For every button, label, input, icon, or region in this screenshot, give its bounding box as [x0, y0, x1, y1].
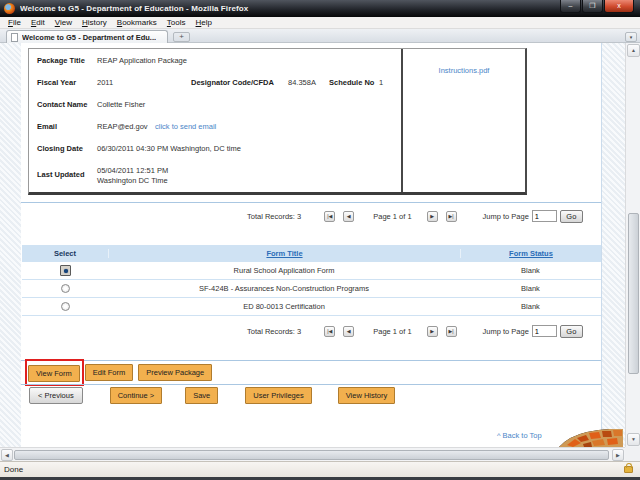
g5-corner-graphic	[559, 429, 623, 447]
scrollbar-corner	[625, 447, 640, 461]
form-status-cell: Blank	[460, 266, 601, 275]
page-icon	[11, 33, 18, 42]
instructions-pdf-link[interactable]: Instructions.pdf	[439, 66, 490, 75]
edit-form-button[interactable]: Edit Form	[85, 364, 134, 381]
view-form-button[interactable]: View Form	[28, 365, 80, 382]
save-button[interactable]: Save	[185, 387, 218, 404]
form-actions-row: View Form Edit Form Preview Package	[21, 363, 601, 381]
menu-bookmarks[interactable]: Bookmarks	[112, 18, 162, 27]
package-title-value: REAP Application Package	[97, 56, 187, 65]
page-content: Package Title REAP Application Package F…	[21, 43, 602, 447]
tab-welcome-g5[interactable]: Welcome to G5 - Department of Edu...	[6, 30, 168, 43]
browser-window: Welcome to G5 - Department of Education …	[0, 0, 640, 480]
go-button[interactable]: Go	[560, 210, 583, 223]
window-title: Welcome to G5 - Department of Education …	[20, 4, 560, 13]
menu-view[interactable]: View	[50, 18, 77, 27]
last-page-button[interactable]: ▶|	[446, 211, 457, 222]
header-form-title[interactable]: Form Title	[266, 249, 302, 258]
menu-edit[interactable]: Edit	[26, 18, 50, 27]
pagination-bottom: Total Records: 3 |◀ ◀ Page 1 of 1 ▶ ▶| J…	[21, 324, 601, 338]
divider	[21, 384, 601, 385]
scroll-down-icon[interactable]: ▼	[627, 433, 640, 446]
jump-to-page-label: Jump to Page	[483, 327, 529, 336]
vertical-scrollbar[interactable]: ▲ ▼	[625, 43, 640, 447]
close-button[interactable]: x	[604, 0, 634, 13]
user-privileges-button[interactable]: User Privileges	[245, 387, 311, 404]
table-row: SF-424B - Assurances Non-Construction Pr…	[22, 280, 601, 298]
instructions-panel: Instructions.pdf	[403, 49, 525, 192]
scroll-right-icon[interactable]: ▶	[612, 449, 624, 461]
view-history-button[interactable]: View History	[338, 387, 396, 404]
pagination-top: Total Records: 3 |◀ ◀ Page 1 of 1 ▶ ▶| J…	[21, 209, 601, 223]
designator-label: Designator Code/CFDA	[191, 78, 274, 87]
firefox-icon	[4, 3, 15, 14]
table-row: ED 80-0013 Certification Blank	[22, 298, 601, 316]
schedule-label: Schedule No	[329, 78, 374, 87]
prev-page-button[interactable]: ◀	[343, 211, 354, 222]
last-page-button[interactable]: ▶|	[446, 326, 457, 337]
last-updated-label: Last Updated	[37, 170, 85, 179]
menu-help[interactable]: Help	[191, 18, 217, 27]
closing-date-label: Closing Date	[37, 144, 83, 153]
first-page-button[interactable]: |◀	[324, 326, 335, 337]
divider	[21, 360, 601, 361]
first-page-button[interactable]: |◀	[324, 211, 335, 222]
go-button[interactable]: Go	[560, 325, 583, 338]
page-indicator: Page 1 of 1	[373, 212, 411, 221]
package-title-label: Package Title	[37, 56, 85, 65]
next-page-button[interactable]: ▶	[427, 326, 438, 337]
scroll-left-icon[interactable]: ◀	[1, 449, 13, 461]
form-status-cell: Blank	[460, 284, 601, 293]
designator-value: 84.358A	[288, 78, 316, 87]
horizontal-scrollbar[interactable]: ◀ ▶	[0, 447, 625, 461]
header-form-status[interactable]: Form Status	[509, 249, 553, 258]
prev-page-button[interactable]: ◀	[343, 326, 354, 337]
fiscal-year-label: Fiscal Year	[37, 78, 76, 87]
page-indicator: Page 1 of 1	[373, 327, 411, 336]
page-viewport: Package Title REAP Application Package F…	[0, 43, 625, 447]
send-email-link[interactable]: click to send email	[155, 122, 216, 131]
table-row: Rural School Application Form Blank	[22, 262, 601, 280]
schedule-value: 1	[379, 78, 383, 87]
preview-package-button[interactable]: Preview Package	[138, 364, 212, 381]
contact-name-value: Collette Fisher	[97, 100, 145, 109]
previous-button[interactable]: < Previous	[29, 387, 83, 404]
contact-name-label: Contact Name	[37, 100, 87, 109]
last-updated-line1: 05/04/2011 12:51 PM	[97, 166, 168, 175]
new-tab-button[interactable]: +	[173, 32, 190, 42]
back-to-top-link[interactable]: ^ Back to Top	[497, 431, 542, 440]
divider	[21, 202, 601, 203]
total-records: Total Records: 3	[247, 327, 301, 336]
menu-bar: File Edit View History Bookmarks Tools H…	[0, 17, 640, 29]
select-radio-rural-school[interactable]	[60, 265, 71, 276]
email-label: Email	[37, 122, 57, 131]
scroll-up-icon[interactable]: ▲	[627, 44, 640, 57]
next-page-button[interactable]: ▶	[427, 211, 438, 222]
menu-history[interactable]: History	[77, 18, 112, 27]
email-value: REAP@ed.gov	[97, 122, 148, 131]
form-title-cell: Rural School Application Form	[108, 266, 460, 275]
form-status-cell: Blank	[460, 302, 601, 311]
continue-button[interactable]: Continue >	[110, 387, 163, 404]
menu-tools[interactable]: Tools	[162, 18, 191, 27]
tab-bar: Welcome to G5 - Department of Edu... + ▾	[0, 29, 640, 43]
last-updated-line2: Washington DC Time	[97, 176, 168, 185]
menu-file[interactable]: File	[3, 18, 26, 27]
maximize-button[interactable]: ❐	[582, 0, 603, 13]
vertical-scroll-thumb[interactable]	[628, 213, 639, 375]
jump-to-page-input[interactable]	[532, 325, 557, 337]
status-text: Done	[4, 465, 624, 474]
package-details-box: Package Title REAP Application Package F…	[28, 48, 527, 195]
list-tabs-button[interactable]: ▾	[625, 32, 637, 42]
minimize-button[interactable]: –	[560, 0, 581, 13]
select-radio-ed80-0013[interactable]	[61, 302, 70, 311]
fiscal-year-value: 2011	[97, 78, 113, 87]
header-select: Select	[22, 249, 108, 258]
horizontal-scroll-thumb[interactable]	[14, 450, 609, 460]
select-radio-sf424b[interactable]	[61, 284, 70, 293]
jump-to-page-input[interactable]	[532, 210, 557, 222]
navigation-actions-row: < Previous Continue > Save User Privileg…	[21, 387, 601, 403]
forms-table: Select Form Title Form Status Rural Scho…	[22, 245, 601, 316]
total-records: Total Records: 3	[247, 212, 301, 221]
closing-date-value: 06/30/2011 04:30 PM Washington, DC time	[97, 144, 241, 153]
